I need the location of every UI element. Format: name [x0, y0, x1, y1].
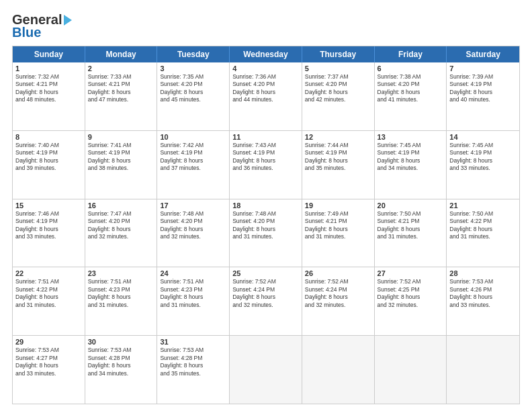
day-cell-19: 19Sunrise: 7:49 AMSunset: 4:21 PMDayligh…	[302, 199, 375, 267]
cell-line-3: and 45 minutes.	[160, 96, 226, 103]
day-number: 24	[160, 269, 226, 277]
day-cell-30: 30Sunrise: 7:53 AMSunset: 4:28 PMDayligh…	[85, 336, 158, 404]
calendar-row-3: 15Sunrise: 7:46 AMSunset: 4:19 PMDayligh…	[13, 199, 519, 268]
day-number: 21	[449, 201, 517, 210]
day-cell-8: 8Sunrise: 7:40 AMSunset: 4:19 PMDaylight…	[13, 131, 85, 199]
day-cell-11: 11Sunrise: 7:43 AMSunset: 4:19 PMDayligh…	[230, 131, 302, 199]
day-cell-10: 10Sunrise: 7:42 AMSunset: 4:19 PMDayligh…	[157, 131, 230, 199]
day-cell-29: 29Sunrise: 7:53 AMSunset: 4:27 PMDayligh…	[13, 336, 85, 404]
cell-line-1: Sunset: 4:19 PM	[88, 149, 154, 156]
cell-line-3: and 33 minutes.	[15, 370, 82, 377]
cell-line-0: Sunrise: 7:36 AM	[232, 73, 299, 81]
cell-line-3: and 36 minutes.	[232, 165, 299, 172]
header-friday: Friday	[375, 46, 447, 62]
day-number: 22	[15, 269, 82, 277]
header-saturday: Saturday	[447, 46, 519, 62]
cell-line-3: and 32 minutes.	[378, 302, 444, 309]
day-number: 8	[15, 133, 82, 141]
day-cell-3: 3Sunrise: 7:35 AMSunset: 4:20 PMDaylight…	[157, 62, 230, 130]
cell-line-0: Sunrise: 7:35 AM	[160, 73, 226, 81]
calendar-body: 1Sunrise: 7:32 AMSunset: 4:21 PMDaylight…	[13, 62, 519, 404]
cell-line-0: Sunrise: 7:48 AM	[232, 210, 299, 218]
cell-line-2: Daylight: 8 hours	[15, 157, 82, 165]
cell-line-0: Sunrise: 7:47 AM	[88, 210, 154, 218]
cell-line-3: and 42 minutes.	[305, 96, 371, 103]
cell-line-2: Daylight: 8 hours	[305, 226, 371, 233]
cell-line-3: and 31 minutes.	[378, 233, 444, 240]
cell-line-1: Sunset: 4:24 PM	[232, 286, 299, 293]
cell-line-2: Daylight: 8 hours	[88, 293, 154, 301]
cell-line-3: and 35 minutes.	[160, 370, 226, 377]
cell-line-2: Daylight: 8 hours	[305, 293, 371, 301]
cell-line-1: Sunset: 4:24 PM	[305, 286, 371, 293]
cell-line-0: Sunrise: 7:32 AM	[15, 73, 82, 81]
header-sunday: Sunday	[13, 46, 85, 62]
day-number: 10	[160, 133, 226, 141]
cell-line-3: and 35 minutes.	[305, 165, 371, 172]
cell-line-0: Sunrise: 7:44 AM	[305, 142, 371, 149]
day-number: 6	[378, 64, 444, 73]
cell-line-2: Daylight: 8 hours	[232, 293, 299, 301]
cell-line-0: Sunrise: 7:52 AM	[305, 278, 371, 285]
day-cell-4: 4Sunrise: 7:36 AMSunset: 4:20 PMDaylight…	[230, 62, 302, 130]
cell-line-1: Sunset: 4:21 PM	[305, 218, 371, 225]
cell-line-1: Sunset: 4:25 PM	[378, 286, 444, 293]
cell-line-0: Sunrise: 7:48 AM	[160, 210, 226, 218]
calendar-header: Sunday Monday Tuesday Wednesday Thursday…	[13, 46, 519, 62]
cell-line-3: and 48 minutes.	[15, 96, 82, 103]
day-cell-26: 26Sunrise: 7:52 AMSunset: 4:24 PMDayligh…	[302, 267, 375, 335]
cell-line-3: and 32 minutes.	[305, 302, 371, 309]
cell-line-2: Daylight: 8 hours	[160, 157, 226, 165]
day-number: 29	[15, 338, 82, 346]
cell-line-3: and 34 minutes.	[378, 165, 444, 172]
day-number: 7	[449, 64, 517, 73]
day-number: 9	[88, 133, 154, 141]
cell-line-1: Sunset: 4:23 PM	[160, 286, 226, 293]
cell-line-0: Sunrise: 7:33 AM	[88, 73, 154, 81]
cell-line-1: Sunset: 4:22 PM	[449, 218, 517, 225]
cell-line-3: and 31 minutes.	[305, 233, 371, 240]
day-number: 25	[232, 269, 299, 277]
day-number: 13	[378, 133, 444, 141]
cell-line-3: and 32 minutes.	[232, 302, 299, 309]
page: General Blue Sunday Monday Tuesday Wedne…	[0, 0, 532, 411]
cell-line-1: Sunset: 4:19 PM	[449, 149, 517, 156]
cell-line-0: Sunrise: 7:41 AM	[88, 142, 154, 149]
day-number: 2	[88, 64, 154, 73]
cell-line-2: Daylight: 8 hours	[378, 293, 444, 301]
cell-line-2: Daylight: 8 hours	[449, 89, 517, 96]
cell-line-2: Daylight: 8 hours	[15, 89, 82, 96]
day-number: 18	[232, 201, 299, 210]
day-number: 31	[160, 338, 226, 346]
day-cell-22: 22Sunrise: 7:51 AMSunset: 4:22 PMDayligh…	[13, 267, 85, 335]
day-number: 30	[88, 338, 154, 346]
day-number: 14	[449, 133, 517, 141]
cell-line-3: and 31 minutes.	[449, 233, 517, 240]
cell-line-1: Sunset: 4:20 PM	[88, 218, 154, 225]
cell-line-3: and 32 minutes.	[88, 233, 154, 240]
day-cell-1: 1Sunrise: 7:32 AMSunset: 4:21 PMDaylight…	[13, 62, 85, 130]
cell-line-2: Daylight: 8 hours	[378, 157, 444, 165]
cell-line-3: and 39 minutes.	[15, 165, 82, 172]
cell-line-0: Sunrise: 7:43 AM	[232, 142, 299, 149]
cell-line-0: Sunrise: 7:37 AM	[305, 73, 371, 81]
cell-line-2: Daylight: 8 hours	[449, 226, 517, 233]
cell-line-1: Sunset: 4:28 PM	[88, 355, 154, 362]
cell-line-1: Sunset: 4:20 PM	[232, 81, 299, 88]
cell-line-0: Sunrise: 7:52 AM	[232, 278, 299, 285]
cell-line-3: and 44 minutes.	[232, 96, 299, 103]
day-cell-23: 23Sunrise: 7:51 AMSunset: 4:23 PMDayligh…	[85, 267, 158, 335]
cell-line-3: and 31 minutes.	[88, 302, 154, 309]
cell-line-3: and 32 minutes.	[160, 233, 226, 240]
cell-line-2: Daylight: 8 hours	[305, 89, 371, 96]
cell-line-3: and 31 minutes.	[15, 302, 82, 309]
cell-line-2: Daylight: 8 hours	[15, 293, 82, 301]
cell-line-1: Sunset: 4:21 PM	[378, 218, 444, 225]
cell-line-3: and 33 minutes.	[15, 233, 82, 240]
cell-line-0: Sunrise: 7:52 AM	[378, 278, 444, 285]
cell-line-1: Sunset: 4:20 PM	[160, 218, 226, 225]
cell-line-0: Sunrise: 7:50 AM	[378, 210, 444, 218]
calendar: Sunday Monday Tuesday Wednesday Thursday…	[12, 46, 520, 404]
cell-line-3: and 37 minutes.	[160, 165, 226, 172]
cell-line-2: Daylight: 8 hours	[378, 89, 444, 96]
